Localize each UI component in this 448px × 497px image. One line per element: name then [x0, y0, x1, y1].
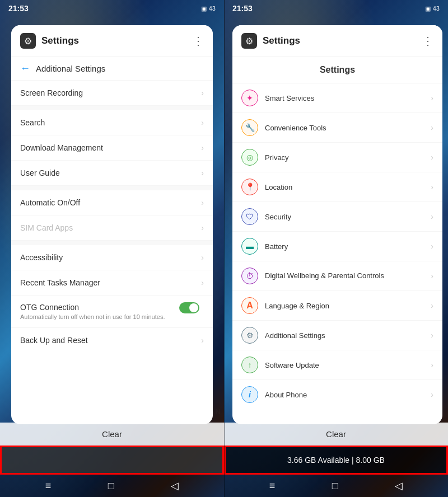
spacer-3 [11, 241, 213, 245]
left-nav-menu-icon[interactable]: ≡ [45, 480, 52, 492]
sim-card-apps-label: SIM Card Apps [20, 223, 73, 232]
screenshot-icon: ▣ [201, 5, 207, 12]
menu-item-security[interactable]: 🛡 Security › [232, 202, 442, 232]
chevron-right-icon: › [431, 123, 433, 132]
menu-item-automatic-onoff[interactable]: Automatic On/Off › [11, 190, 213, 215]
back-arrow-icon[interactable]: ← [20, 63, 30, 74]
recent-tasks-label: Recent Tasks Manager [20, 278, 100, 287]
right-settings-card: ⚙ Settings ⋮ Settings ✦ Smart Services › [232, 25, 442, 424]
left-nav-bar: ≡ □ ◁ [0, 475, 224, 497]
battery-menu-icon: ▬ [241, 238, 258, 255]
right-more-icon[interactable]: ⋮ [422, 34, 433, 48]
left-settings-header: ⚙ Settings ⋮ [11, 25, 213, 57]
language-icon: A [241, 297, 258, 314]
menu-item-additional-settings[interactable]: ⚙ Additional Settings › [232, 321, 442, 350]
right-status-time: 21:53 [232, 4, 253, 13]
menu-item-convenience-tools[interactable]: 🔧 Convenience Tools › [232, 113, 442, 143]
accessibility-label: Accessibility [20, 253, 63, 262]
left-more-icon[interactable]: ⋮ [193, 34, 204, 48]
right-watermark: MOBIGYAAN [393, 407, 442, 416]
left-nav-back-icon[interactable]: ◁ [171, 480, 179, 492]
left-status-icons: ▣ 43 [201, 5, 216, 12]
right-status-bar: 21:53 ▣ 43 [224, 0, 448, 17]
menu-item-about-phone[interactable]: i About Phone › [232, 380, 442, 409]
privacy-icon: ◎ [241, 149, 258, 166]
menu-item-privacy[interactable]: ◎ Privacy › [232, 143, 442, 172]
chevron-right-icon: › [431, 212, 433, 221]
right-nav-square-icon[interactable]: □ [332, 480, 338, 492]
chevron-right-icon: › [431, 360, 433, 369]
left-bottom-bar: Clear ≡ □ ◁ [0, 423, 224, 497]
screenshot-icon-right: ▣ [425, 5, 431, 12]
screen-container: 21:53 ▣ 43 ⚙ Settings ⋮ ← Additi [0, 0, 448, 497]
spacer-1 [11, 106, 213, 110]
additional-settings-icon: ⚙ [241, 327, 258, 344]
left-clear-button[interactable]: Clear [0, 423, 224, 446]
chevron-right-icon: › [431, 153, 433, 162]
location-label: Location [265, 183, 431, 191]
right-settings-logo: ⚙ [241, 33, 257, 49]
right-nav-back-icon[interactable]: ◁ [395, 480, 403, 492]
otg-connection-label: OTG Connection [20, 303, 79, 312]
smart-services-icon: ✦ [241, 90, 258, 106]
right-settings-title: Settings [263, 35, 300, 46]
about-phone-label: About Phone [265, 391, 431, 399]
menu-item-accessibility[interactable]: Accessibility › [11, 245, 213, 270]
left-menu-list: Screen Recording › Search › Download Man… [11, 81, 213, 424]
menu-item-download-management[interactable]: Download Management › [11, 135, 213, 161]
right-nav-bar: ≡ □ ◁ [224, 475, 448, 497]
software-update-label: Software Update [265, 361, 431, 369]
otg-sublabel: Automatically turn off when not in use f… [20, 313, 179, 320]
left-sub-header: ← Additional Settings [11, 57, 213, 81]
menu-item-digital-wellbeing[interactable]: ⏱ Digital Wellbeing & Parental Controls … [232, 261, 442, 291]
software-update-icon: ↑ [241, 357, 258, 373]
right-phone: 21:53 ▣ 43 ⚙ Settings ⋮ Settings [224, 0, 448, 497]
menu-item-otg-connection[interactable]: OTG Connection Automatically turn off wh… [11, 296, 213, 328]
chevron-right-icon: › [431, 182, 433, 191]
chevron-right-icon: › [201, 198, 204, 207]
left-watermark: MOBIGYAAN [171, 407, 221, 416]
screen-recording-label: Screen Recording [20, 88, 83, 97]
convenience-tools-label: Convenience Tools [265, 124, 431, 132]
right-nav-menu-icon[interactable]: ≡ [269, 480, 276, 492]
right-menu-list: ✦ Smart Services › 🔧 Convenience Tools ›… [232, 83, 442, 424]
menu-item-search[interactable]: Search › [11, 110, 213, 135]
user-guide-label: User Guide [20, 168, 60, 177]
chevron-right-icon: › [201, 168, 204, 177]
chevron-right-icon: › [201, 253, 204, 262]
right-main-title: Settings [320, 65, 355, 74]
security-label: Security [265, 213, 431, 221]
chevron-right-icon: › [431, 242, 433, 251]
right-gear-icon: ⚙ [245, 36, 253, 46]
battery-icon-right: 43 [433, 5, 440, 12]
battery-label: Battery [265, 242, 431, 251]
menu-item-language-region[interactable]: A Language & Region › [232, 291, 442, 321]
about-phone-icon: i [241, 386, 258, 403]
menu-item-battery[interactable]: ▬ Battery › [232, 232, 442, 261]
smart-services-label: Smart Services [265, 94, 431, 102]
menu-item-recent-tasks-manager[interactable]: Recent Tasks Manager › [11, 270, 213, 296]
chevron-right-icon: › [201, 88, 204, 97]
menu-item-backup-reset[interactable]: Back Up and Reset › [11, 328, 213, 353]
menu-item-smart-services[interactable]: ✦ Smart Services › [232, 83, 442, 113]
menu-item-screen-recording[interactable]: Screen Recording › [11, 81, 213, 106]
left-nav-square-icon[interactable]: □ [108, 480, 114, 492]
location-icon: 📍 [241, 179, 258, 195]
menu-item-sim-card-apps: SIM Card Apps › [11, 215, 213, 241]
left-header-title-group: ⚙ Settings [20, 33, 79, 49]
otg-toggle[interactable] [179, 302, 199, 313]
backup-reset-label: Back Up and Reset [20, 336, 88, 345]
menu-item-user-guide[interactable]: User Guide › [11, 161, 213, 186]
chevron-right-icon: › [201, 278, 204, 287]
convenience-tools-icon: 🔧 [241, 119, 258, 136]
right-status-icons: ▣ 43 [425, 5, 440, 12]
digital-wellbeing-label: Digital Wellbeing & Parental Controls [265, 271, 431, 281]
left-status-bar: 21:53 ▣ 43 [0, 0, 224, 17]
menu-item-location[interactable]: 📍 Location › [232, 172, 442, 202]
right-clear-button[interactable]: Clear [224, 423, 448, 446]
battery-icon: 43 [209, 5, 216, 12]
left-status-time: 21:53 [8, 4, 29, 13]
menu-item-software-update[interactable]: ↑ Software Update › [232, 350, 442, 380]
chevron-right-icon: › [431, 271, 433, 280]
sub-header-title: Additional Settings [36, 64, 105, 73]
